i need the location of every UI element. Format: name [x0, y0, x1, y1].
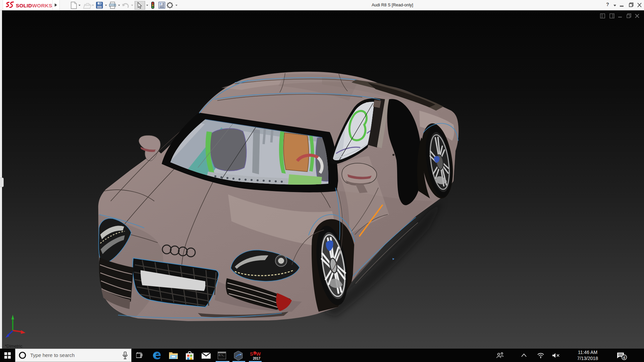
svg-text:W: W — [256, 351, 261, 357]
svg-text:S: S — [250, 351, 253, 357]
svg-text:C:\_: C:\_ — [219, 354, 225, 357]
svg-text:*Dimetric: *Dimetric — [5, 344, 22, 349]
svg-text:SOLIDWORKS: SOLIDWORKS — [16, 3, 52, 8]
svg-text:2017: 2017 — [253, 357, 261, 360]
svg-text:4: 4 — [623, 356, 625, 360]
